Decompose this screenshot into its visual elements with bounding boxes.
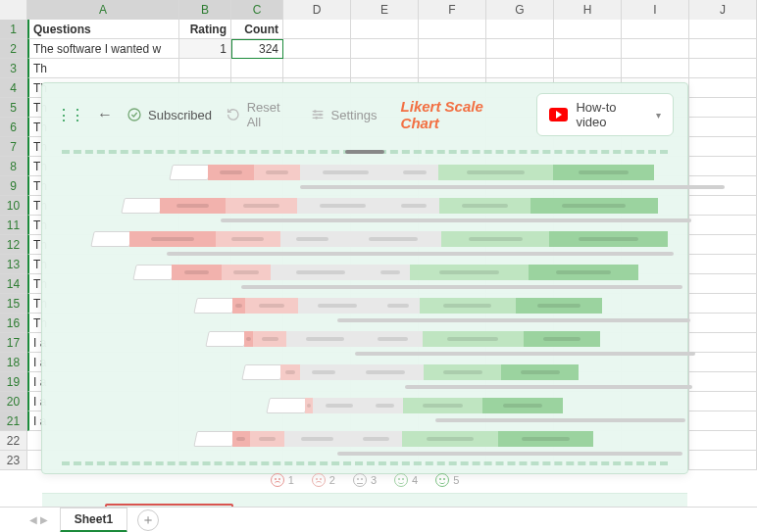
row-header-23[interactable]: 23 <box>0 451 27 470</box>
row-header-15[interactable]: 15 <box>0 294 27 314</box>
cell-J10[interactable] <box>689 196 757 216</box>
reset-button[interactable]: Reset All <box>226 100 296 129</box>
row-header-7[interactable]: 7 <box>0 137 27 157</box>
cell-C1[interactable]: Count <box>231 20 283 39</box>
cell-H3[interactable] <box>554 59 622 78</box>
bar-seg <box>482 398 562 413</box>
cell-H1[interactable] <box>554 20 622 39</box>
row-header-19[interactable]: 19 <box>0 372 27 392</box>
col-header-G[interactable]: G <box>486 0 554 21</box>
cell-G1[interactable] <box>486 20 554 39</box>
cell-F3[interactable] <box>419 59 486 78</box>
cell-B1[interactable]: Rating <box>179 20 231 39</box>
subscribed-button[interactable]: Subscribed <box>126 107 212 122</box>
cell-J23[interactable] <box>689 451 757 470</box>
row-header-2[interactable]: 2 <box>0 39 27 59</box>
cell-F1[interactable] <box>419 20 486 39</box>
cell-J13[interactable] <box>689 255 757 274</box>
back-icon[interactable]: ← <box>97 106 113 123</box>
settings-button[interactable]: Settings <box>310 107 378 122</box>
bar-seg <box>280 231 345 247</box>
col-header-D[interactable]: D <box>283 0 351 21</box>
col-header-J[interactable]: J <box>689 0 757 21</box>
bar-seg <box>441 231 549 247</box>
cell-E2[interactable] <box>351 39 419 59</box>
row-header-14[interactable]: 14 <box>0 274 27 294</box>
cell-J6[interactable] <box>689 118 757 137</box>
cell-A3[interactable]: Th <box>27 59 179 78</box>
cell-J19[interactable] <box>689 372 757 392</box>
bar-slider <box>435 418 685 422</box>
cell-E3[interactable] <box>351 59 419 78</box>
row-header-8[interactable]: 8 <box>0 157 27 176</box>
cell-J3[interactable] <box>689 59 757 78</box>
cell-J16[interactable] <box>689 314 757 333</box>
row-header-10[interactable]: 10 <box>0 196 27 216</box>
cell-J18[interactable] <box>689 353 757 372</box>
row-header-17[interactable]: 17 <box>0 333 27 353</box>
row-header-11[interactable]: 11 <box>0 216 27 235</box>
cell-J12[interactable] <box>689 235 757 255</box>
cell-J20[interactable] <box>689 392 757 411</box>
drag-grip-icon[interactable]: ⋮⋮ <box>56 106 83 124</box>
cell-J4[interactable] <box>689 78 757 98</box>
cell-A2[interactable]: The software I wanted w <box>27 39 179 59</box>
cell-A1[interactable]: Questions <box>27 20 179 39</box>
cell-J1[interactable] <box>689 20 757 39</box>
bar-seg <box>297 198 388 214</box>
row-header-9[interactable]: 9 <box>0 176 27 196</box>
howto-video-button[interactable]: How-to video ▾ <box>536 93 674 136</box>
cell-B2[interactable]: 1 <box>179 39 231 59</box>
col-header-A[interactable]: A <box>27 0 179 21</box>
cell-C3[interactable] <box>231 59 283 78</box>
cell-G3[interactable] <box>486 59 554 78</box>
cell-D3[interactable] <box>283 59 351 78</box>
cell-I3[interactable] <box>622 59 689 78</box>
cell-B3[interactable] <box>179 59 231 78</box>
col-header-F[interactable]: F <box>419 0 486 21</box>
cell-J22[interactable] <box>689 431 757 451</box>
row-header-13[interactable]: 13 <box>0 255 27 274</box>
col-header-E[interactable]: E <box>351 0 419 21</box>
row-header-22[interactable]: 22 <box>0 431 27 451</box>
row-header-21[interactable]: 21 <box>0 411 27 431</box>
youtube-icon <box>549 108 568 121</box>
cell-J15[interactable] <box>689 294 757 314</box>
row-header-16[interactable]: 16 <box>0 314 27 333</box>
checkmark-circle-icon <box>126 107 142 122</box>
cell-H2[interactable] <box>554 39 622 59</box>
row-header-12[interactable]: 12 <box>0 235 27 255</box>
cell-E1[interactable] <box>351 20 419 39</box>
cell-D2[interactable] <box>283 39 351 59</box>
cell-J14[interactable] <box>689 274 757 294</box>
col-header-I[interactable]: I <box>622 0 689 21</box>
row-header-20[interactable]: 20 <box>0 392 27 411</box>
new-sheet-button[interactable]: ＋ <box>137 509 159 531</box>
cell-F2[interactable] <box>419 39 486 59</box>
cell-J11[interactable] <box>689 216 757 235</box>
tab-nav-arrows[interactable]: ◀ ▶ <box>29 514 48 525</box>
row-header-1[interactable]: 1 <box>0 20 27 39</box>
cell-G2[interactable] <box>486 39 554 59</box>
sheet-tab[interactable]: Sheet1 <box>60 508 127 533</box>
row-header-4[interactable]: 4 <box>0 78 27 98</box>
cell-J7[interactable] <box>689 137 757 157</box>
col-header-C[interactable]: C <box>231 0 283 21</box>
cell-J2[interactable] <box>689 39 757 59</box>
cell-I2[interactable] <box>622 39 689 59</box>
row-header-18[interactable]: 18 <box>0 353 27 372</box>
bar-seg <box>254 165 300 180</box>
cell-I1[interactable] <box>622 20 689 39</box>
cell-J8[interactable] <box>689 157 757 176</box>
row-header-6[interactable]: 6 <box>0 118 27 137</box>
col-header-H[interactable]: H <box>554 0 622 21</box>
select-all-corner[interactable] <box>0 0 27 21</box>
cell-J17[interactable] <box>689 333 757 353</box>
cell-D1[interactable] <box>283 20 351 39</box>
row-header-3[interactable]: 3 <box>0 59 27 78</box>
cell-C2[interactable]: 324 <box>231 39 283 59</box>
col-header-B[interactable]: B <box>179 0 231 21</box>
cell-J21[interactable] <box>689 411 757 431</box>
cell-J5[interactable] <box>689 98 757 118</box>
row-header-5[interactable]: 5 <box>0 98 27 118</box>
